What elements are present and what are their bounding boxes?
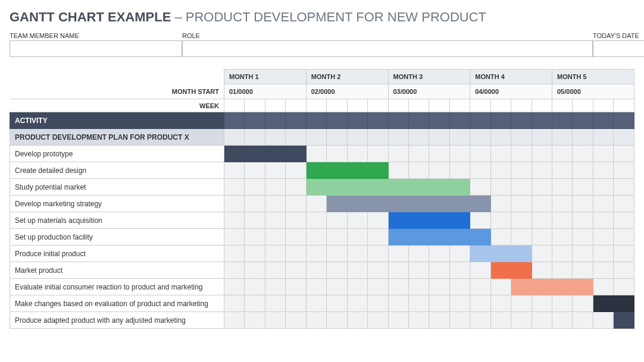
gantt-cell [449,279,470,295]
activity-header-cell [224,112,245,129]
gantt-cell [593,229,613,245]
section-cell [245,129,265,146]
gantt-cell [490,212,511,229]
role-input[interactable] [182,40,593,57]
week-label: WEEK [10,99,224,112]
page-title: GANTT CHART EXAMPLE – PRODUCT DEVELOPMEN… [10,10,634,25]
gantt-cell [265,295,285,312]
gantt-bar-cell [327,196,347,212]
team-member-input[interactable] [10,40,182,57]
gantt-cell [408,262,429,279]
gantt-cell [429,295,449,312]
gantt-cell [368,262,388,279]
gantt-cell [347,146,367,162]
section-cell [388,129,408,146]
gantt-cell [552,312,573,329]
week-header-cell [449,99,470,112]
gantt-cell [306,245,326,262]
gantt-cell [265,279,285,295]
gantt-bar-cell [573,279,593,295]
gantt-cell [490,295,511,312]
week-header-cell [429,99,449,112]
gantt-cell [449,146,470,162]
gantt-cell [470,262,490,279]
gantt-cell [573,295,593,312]
month-start-value: 03/0000 [388,84,470,99]
gantt-bar-cell [429,229,449,245]
gantt-cell [429,279,449,295]
section-cell [286,129,306,146]
task-label: Market product [10,262,224,279]
gantt-cell [573,146,593,162]
todays-date-input[interactable] [593,40,644,57]
gantt-cell [306,146,326,162]
gantt-cell [368,295,388,312]
activity-header-cell [368,112,388,129]
gantt-cell [490,229,511,245]
gantt-cell [368,245,388,262]
week-header-cell [245,99,265,112]
activity-header-cell [388,112,408,129]
gantt-cell [245,295,265,312]
gantt-cell [429,262,449,279]
gantt-cell [614,146,634,162]
gantt-cell [532,312,552,329]
gantt-cell [490,146,511,162]
gantt-bar-cell [490,245,511,262]
gantt-cell [245,196,265,212]
gantt-bar-cell [449,179,470,196]
gantt-cell [265,179,285,196]
form-row: TEAM MEMBER NAME ROLE TODAY'S DATE [10,31,634,57]
section-cell [593,129,613,146]
gantt-bar-cell [388,196,408,212]
todays-date-label: TODAY'S DATE [593,31,644,40]
week-header-cell [368,99,388,112]
gantt-cell [306,262,326,279]
gantt-bar-cell [449,196,470,212]
activity-header-cell [306,112,326,129]
gantt-cell [449,262,470,279]
gantt-cell [224,312,245,329]
gantt-cell [511,146,532,162]
gantt-cell [368,229,388,245]
gantt-cell [449,245,470,262]
gantt-cell [552,295,573,312]
week-header-cell [490,99,511,112]
week-header-cell [306,99,326,112]
gantt-cell [573,262,593,279]
gantt-table: MONTH 1MONTH 2MONTH 3MONTH 4MONTH 5MONTH… [10,69,634,329]
activity-header-cell [490,112,511,129]
week-header-cell [573,99,593,112]
month-start-value: 05/0000 [552,84,634,99]
title-rest: – PRODUCT DEVELOPMENT FOR NEW PRODUCT [171,10,486,24]
gantt-cell [347,312,367,329]
gantt-bar-cell [429,196,449,212]
week-header-cell [388,99,408,112]
gantt-bar-cell [306,162,326,179]
gantt-cell [429,245,449,262]
month-header: MONTH 1 [224,70,307,84]
gantt-cell [347,212,367,229]
gantt-cell [388,245,408,262]
gantt-bar-cell [347,162,367,179]
gantt-cell [306,279,326,295]
activity-header-cell [593,112,613,129]
activity-header-cell [429,112,449,129]
gantt-cell [593,179,613,196]
gantt-bar-cell [490,262,511,279]
gantt-cell [327,279,347,295]
section-cell [532,129,552,146]
gantt-bar-cell [593,295,613,312]
gantt-cell [286,179,306,196]
activity-header-cell [552,112,573,129]
activity-header-cell [449,112,470,129]
gantt-cell [449,162,470,179]
gantt-bar-cell [408,179,429,196]
gantt-cell [265,162,285,179]
activity-header-cell [532,112,552,129]
gantt-bar-cell [368,162,388,179]
gantt-bar-cell [449,229,470,245]
gantt-cell [245,229,265,245]
gantt-cell [593,162,613,179]
gantt-bar-cell [429,179,449,196]
